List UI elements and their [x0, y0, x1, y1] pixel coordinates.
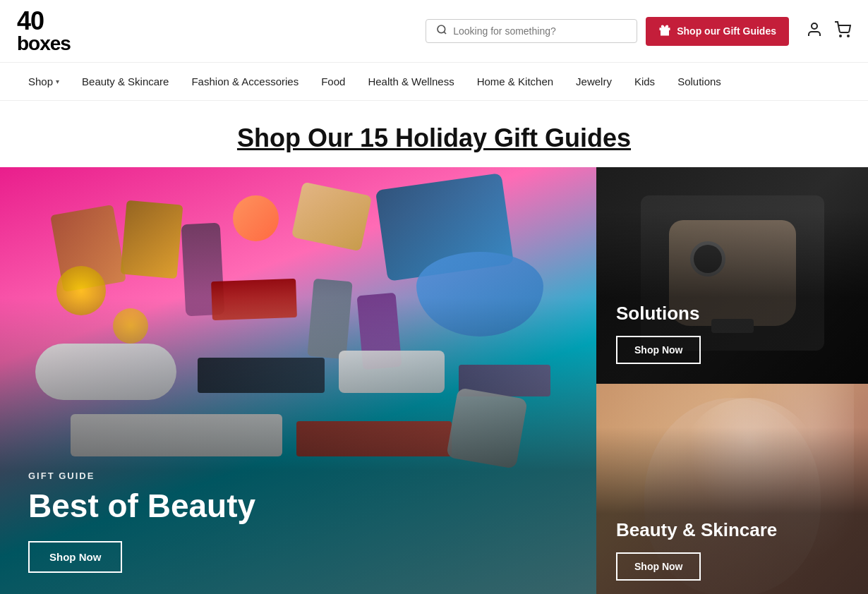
nav-food-label: Food — [321, 75, 345, 87]
solutions-card-content: Solutions Shop Now — [616, 303, 701, 364]
nav-item-home-kitchen[interactable]: Home & Kitchen — [466, 63, 565, 100]
nav-item-shop[interactable]: Shop ▾ — [17, 63, 71, 100]
beauty-skincare-card-title: Beauty & Skincare — [616, 519, 777, 541]
big-card-best-of-beauty[interactable]: GIFT GUIDE Best of Beauty Shop Now — [0, 167, 596, 594]
svg-point-2 — [812, 23, 817, 29]
gift-guide-label: Shop our Gift Guides — [677, 25, 776, 37]
search-icon — [436, 24, 447, 38]
beauty-skincare-card[interactable]: Beauty & Skincare Shop Now — [596, 384, 868, 594]
solutions-card-title: Solutions — [616, 303, 701, 325]
search-bar — [426, 19, 637, 43]
gift-guide-grid: GIFT GUIDE Best of Beauty Shop Now — [0, 167, 868, 594]
nav-item-kids[interactable]: Kids — [623, 63, 666, 100]
main-nav: Shop ▾ Beauty & Skincare Fashion & Acces… — [0, 63, 868, 101]
right-cards: Solutions Shop Now Beauty & Skincare — [596, 167, 868, 594]
svg-point-3 — [840, 35, 841, 37]
nav-fashion-label: Fashion & Accessories — [191, 75, 299, 87]
solutions-shop-now-button[interactable]: Shop Now — [616, 336, 701, 364]
nav-jewelry-label: Jewelry — [576, 75, 612, 87]
svg-point-4 — [848, 35, 849, 37]
solutions-card[interactable]: Solutions Shop Now — [596, 167, 868, 384]
svg-line-1 — [444, 32, 446, 34]
beauty-skincare-shop-now-button[interactable]: Shop Now — [616, 552, 701, 581]
beauty-skincare-card-content: Beauty & Skincare Shop Now — [616, 519, 777, 581]
nav-beauty-label: Beauty & Skincare — [82, 75, 169, 87]
cart-icon[interactable] — [834, 21, 851, 41]
nav-item-beauty-skincare[interactable]: Beauty & Skincare — [71, 63, 180, 100]
nav-item-health[interactable]: Health & Wellness — [356, 63, 465, 100]
chevron-down-icon: ▾ — [56, 78, 59, 85]
big-card-label: GIFT GUIDE — [28, 471, 255, 481]
nav-item-food[interactable]: Food — [310, 63, 356, 100]
nav-home-label: Home & Kitchen — [477, 75, 553, 87]
nav-item-solutions[interactable]: Solutions — [666, 63, 733, 100]
header: 40 boxes Shop our Gift Guides — [0, 0, 868, 63]
svg-point-0 — [438, 25, 445, 33]
gift-guide-button[interactable]: Shop our Gift Guides — [646, 17, 789, 46]
gift-icon — [658, 24, 671, 39]
logo[interactable]: 40 boxes — [17, 8, 71, 54]
nav-item-fashion[interactable]: Fashion & Accessories — [180, 63, 310, 100]
user-icon[interactable] — [806, 21, 823, 41]
nav-health-label: Health & Wellness — [368, 75, 454, 87]
logo-line1: 40 — [17, 8, 71, 34]
main-content: Shop Our 15 Holiday Gift Guides — [0, 101, 868, 594]
header-icons — [806, 21, 851, 41]
nav-item-jewelry[interactable]: Jewelry — [565, 63, 623, 100]
search-input[interactable] — [453, 25, 627, 37]
big-card-title: Best of Beauty — [28, 488, 255, 524]
header-search-area: Shop our Gift Guides — [426, 17, 851, 46]
nav-shop-label: Shop — [28, 75, 53, 87]
section-title[interactable]: Shop Our 15 Holiday Gift Guides — [0, 101, 868, 167]
big-card-shop-now-button[interactable]: Shop Now — [28, 541, 122, 573]
nav-kids-label: Kids — [634, 75, 655, 87]
big-card-content: GIFT GUIDE Best of Beauty Shop Now — [28, 471, 255, 573]
nav-solutions-label: Solutions — [677, 75, 721, 87]
logo-line2: boxes — [17, 34, 71, 54]
